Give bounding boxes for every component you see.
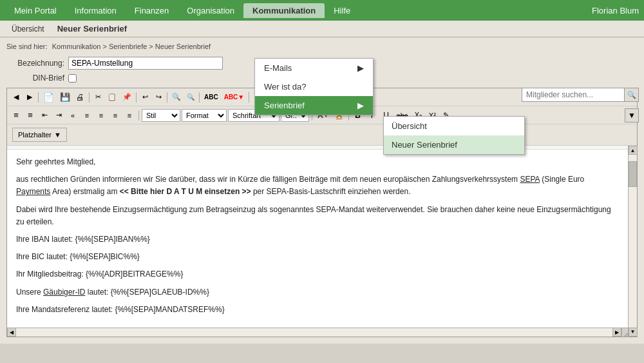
line-beitrag: Ihr Mitgliedsbeitrag: {%%[ADR]BEITRAEGE%… — [16, 268, 619, 280]
scroll-down-btn[interactable]: ▼ — [629, 328, 638, 337]
line-greeting: Sehr geehrtes Mitglied, — [16, 156, 619, 168]
line-body: aus rechtlichen Gründen informieren wir … — [16, 173, 619, 198]
separator-5 — [199, 92, 200, 103]
scroll-track-v[interactable] — [629, 155, 637, 328]
separator-3 — [136, 92, 137, 103]
toolbar-btn-align-left[interactable]: ≡ — [80, 109, 93, 122]
separator-6 — [249, 92, 249, 103]
editor-container: ◀ ▶ 📄 💾 🖨 ✂ 📋 📌 ↩ ↪ 🔍 🔍 ABC ABC▼ 🖼 🏴 ⚑ ▦ — [6, 88, 638, 337]
separator-8 — [138, 110, 139, 121]
menu-wer-ist-da[interactable]: Wer ist da? — [255, 77, 373, 96]
stil-select[interactable]: Stil — [142, 109, 180, 122]
search-container: 🔍 — [522, 88, 639, 102]
toolbar-btn-forward[interactable]: ▶ — [23, 91, 36, 104]
breadcrumb-prefix: Sie sind hier: — [6, 43, 48, 50]
toolbar-btn-save[interactable]: 💾 — [57, 91, 73, 104]
toolbar-btn-print[interactable]: 🖨 — [73, 91, 87, 104]
breadcrumb: Sie sind hier: Kommunikation > Serienbri… — [6, 41, 638, 52]
gaeubiger-link: Gäubiger-ID — [43, 288, 85, 297]
serienbrief-neuer-serienbrief[interactable]: Neuer Serienbrief — [384, 135, 524, 154]
toolbar-btn-spellcheck[interactable]: ABC — [202, 91, 221, 104]
toolbar-btn-paste[interactable]: 📌 — [120, 91, 134, 104]
format-select[interactable]: Format — [182, 109, 227, 122]
toolbar-btn-list-bullet[interactable]: ≡ — [24, 109, 37, 122]
line-mandat: Dabei wird Ihre bestehende Einzugsermäch… — [16, 204, 619, 228]
platzhalter-bar: Platzhalter ▼ — [7, 124, 637, 146]
toolbar-btn-align-center[interactable]: ≡ — [95, 109, 108, 122]
line-bic: Ihre BIC lautet: {%%[SEPA]BIC%%} — [16, 251, 619, 263]
resize-corner — [621, 328, 628, 337]
svg-line-0 — [624, 333, 628, 337]
toolbar-btn-align-right[interactable]: ≡ — [109, 109, 122, 122]
editor-text-wrapper: Sehr geehrtes Mitglied, aus rechtlichen … — [7, 146, 628, 337]
serienbrief-arrow-icon: ▶ — [357, 101, 364, 110]
nav-finanzen[interactable]: Finanzen — [126, 3, 178, 18]
nav-kommunikation[interactable]: Kommunikation — [243, 3, 325, 18]
platzhalter-arrow-icon: ▼ — [54, 131, 61, 139]
scroll-thumb[interactable] — [629, 161, 637, 187]
scrollbar-vertical[interactable]: ▲ ▼ — [628, 146, 637, 337]
serienbrief-ubersicht[interactable]: Übersicht — [384, 117, 524, 135]
bezeichnung-input[interactable] — [68, 57, 223, 70]
user-name: Florian Blum — [592, 6, 639, 15]
nav-information[interactable]: Information — [66, 3, 126, 18]
toolbar-btn-cut[interactable]: ✂ — [91, 91, 104, 104]
separator-1 — [38, 92, 39, 103]
sepa-link: SEPA — [520, 175, 539, 184]
toolbar-btn-undo[interactable]: ↩ — [138, 91, 151, 104]
top-navigation: Mein Portal Information Finanzen Organis… — [0, 0, 644, 21]
sub-navigation: Übersicht Neuer Serienbrief — [0, 21, 644, 37]
platzhalter-label: Platzhalter — [18, 131, 52, 139]
main-content: Sie sind hier: Kommunikation > Serienbri… — [0, 37, 644, 344]
scroll-left-btn[interactable]: ◀ — [7, 328, 16, 337]
toolbar-btn-indent1[interactable]: ⇥ — [52, 109, 65, 122]
nav-hilfe[interactable]: Hilfe — [325, 3, 359, 18]
nav-mein-portal[interactable]: Mein Portal — [5, 3, 66, 18]
separator-4 — [167, 92, 167, 103]
search-button[interactable]: 🔍 — [625, 88, 639, 102]
din-brief-label: DIN-Brief — [6, 74, 64, 83]
menu-serienbrief[interactable]: Serienbrief ▶ — [255, 96, 373, 115]
toolbar-btn-outdent1[interactable]: ⇤ — [38, 109, 51, 122]
toolbar-btn-copy[interactable]: 📋 — [105, 91, 119, 104]
bezeichnung-label: Bezeichnung: — [6, 59, 64, 68]
scrollbar-horizontal[interactable]: ◀ ▶ — [7, 328, 628, 337]
separator-2 — [89, 92, 90, 103]
toolbar-btn-find2[interactable]: 🔍 — [184, 91, 197, 104]
toolbar-btn-align-justify[interactable]: ≡ — [123, 109, 136, 122]
toolbar-btn-find[interactable]: 🔍 — [169, 91, 184, 104]
payments-underline: Payments — [16, 187, 50, 196]
toolbar-btn-spellcheck2[interactable]: ABC▼ — [222, 91, 247, 104]
emails-arrow-icon: ▶ — [357, 63, 364, 73]
scroll-right-btn[interactable]: ▶ — [612, 328, 621, 337]
scroll-up-btn[interactable]: ▲ — [629, 146, 638, 155]
editor-area: Sehr geehrtes Mitglied, aus rechtlichen … — [7, 146, 637, 337]
toolbar-btn-back[interactable]: ◀ — [10, 91, 23, 104]
menu-emails[interactable]: E-Mails ▶ — [255, 59, 373, 77]
subnav-neuer-serienbrief[interactable]: Neuer Serienbrief — [51, 22, 133, 35]
dropdown-arrow-box[interactable]: ▼ — [625, 108, 639, 123]
scroll-track-h[interactable] — [16, 328, 612, 337]
breadcrumb-path: Kommunikation > Serienbriefe > Neuer Ser… — [52, 43, 211, 50]
serienbrief-submenu: Übersicht Neuer Serienbrief — [383, 116, 525, 155]
toolbar-btn-list-num[interactable]: ≡ — [10, 109, 23, 122]
datum-bold: << Bitte hier D A T U M einsetzen >> — [120, 187, 251, 196]
nav-organisation[interactable]: Organisation — [178, 3, 243, 18]
toolbar-btn-new[interactable]: 📄 — [41, 91, 57, 104]
search-input[interactable] — [522, 88, 625, 102]
toolbar-btn-quote[interactable]: « — [66, 109, 79, 122]
toolbar-btn-redo[interactable]: ↪ — [152, 91, 165, 104]
editor-text[interactable]: Sehr geehrtes Mitglied, aus rechtlichen … — [7, 150, 628, 328]
din-brief-checkbox[interactable] — [68, 74, 77, 83]
line-gaeubiger: Unsere Gäubiger-ID lautet: {%%[SEPA]GLAE… — [16, 286, 619, 299]
kommunikation-menu: E-Mails ▶ Wer ist da? Serienbrief ▶ — [254, 58, 374, 115]
subnav-ubersicht[interactable]: Übersicht — [5, 23, 51, 35]
line-iban: Ihre IBAN lautet: {%%[SEPA]IBAN%%} — [16, 233, 619, 246]
line-mandatsref: Ihre Mandatsreferenz lautet: {%%[SEPA]MA… — [16, 304, 619, 316]
platzhalter-button[interactable]: Platzhalter ▼ — [12, 128, 67, 142]
